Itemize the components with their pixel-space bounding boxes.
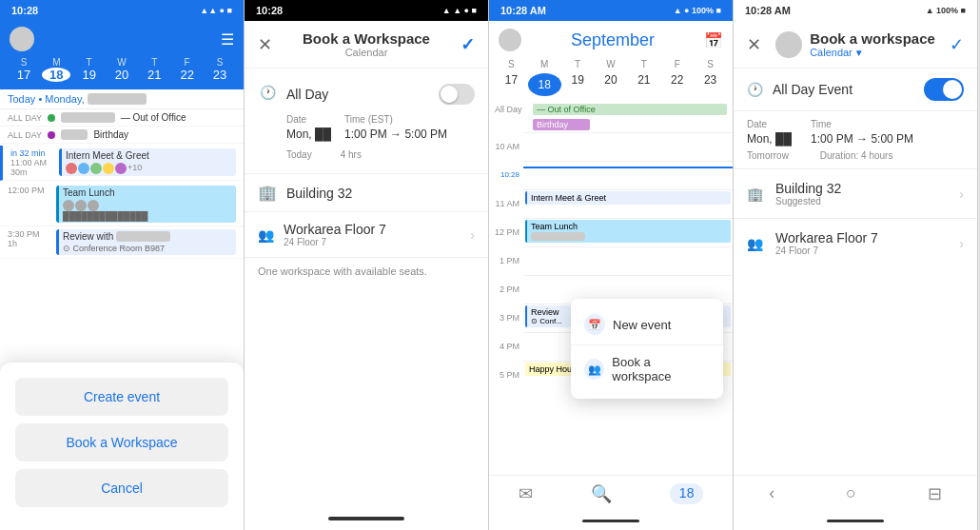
nav-menu-4[interactable]: ⊟ xyxy=(928,483,942,504)
new-event-menu-item[interactable]: 📅 New event xyxy=(571,304,723,345)
workspace-info-2: Workarea Floor 7 24 Floor 7 xyxy=(284,222,386,247)
time-3: 10:28 AM xyxy=(500,5,546,16)
building-info-4: Building 32 Suggested xyxy=(775,181,841,206)
calendar-dates-1: 17 18 19 20 21 22 23 xyxy=(10,68,234,82)
top-bar-4: ✕ Book a workspace Calendar ▼ ✓ xyxy=(734,21,977,69)
home-indicator-2 xyxy=(245,507,488,530)
birthday-row-3: Birthday xyxy=(489,117,733,132)
status-icons-2: ▲ ▲ ● ■ xyxy=(442,6,477,15)
time-4: 10:28 AM xyxy=(745,5,791,16)
status-icons-1: ▲▲ ● ■ xyxy=(200,6,232,15)
all-day-toggle-2[interactable] xyxy=(439,84,475,105)
workspace-icon-2: 👥 xyxy=(258,227,274,243)
time-2: 10:28 xyxy=(256,5,283,16)
chevron-icon-2: › xyxy=(470,227,475,243)
home-indicator-4 xyxy=(734,516,977,530)
form-subtitle-2: Calendar xyxy=(303,47,430,58)
status-bar-3: 10:28 AM ▲ ● 100% ■ xyxy=(489,0,733,21)
event-intern-3[interactable]: Intern Meet & Greet xyxy=(525,191,731,205)
create-event-button[interactable]: Create event xyxy=(15,378,228,416)
now-line-3 xyxy=(523,167,733,168)
cal-week-3: 17 18 19 20 21 22 23 xyxy=(495,71,727,98)
time-col-4: Time 1:00 PM → 5:00 PM xyxy=(811,119,913,147)
event-lunch-3[interactable]: Team Lunch ██████████ xyxy=(525,220,731,243)
avatar-4 xyxy=(775,31,802,58)
nav-mail-3[interactable]: ✉ xyxy=(519,483,533,504)
allday-event-2-3: Birthday xyxy=(533,119,590,130)
cancel-button-1[interactable]: Cancel xyxy=(15,469,228,507)
building-name-2: Building 32 xyxy=(286,186,352,201)
building-chevron-4: › xyxy=(959,186,964,202)
avatar-1[interactable] xyxy=(10,27,34,51)
building-icon-2: 🏢 xyxy=(258,184,277,202)
nav-search-3[interactable]: 🔍 xyxy=(591,483,612,504)
confirm-button-4[interactable]: ✓ xyxy=(950,34,964,55)
building-row-4[interactable]: 🏢 Building 32 Suggested › xyxy=(734,168,977,218)
status-bar-4: 10:28 AM ▲ 100% ■ xyxy=(734,0,977,21)
top-bar-2: ✕ Book a Workspace Calendar ✓ xyxy=(245,21,488,69)
title-text-4: Book a workspace Calendar ▼ xyxy=(810,30,935,58)
cal-avatar-3[interactable] xyxy=(499,29,521,51)
all-day-label-3: All Day — Out of Office xyxy=(489,102,733,117)
building-row-2[interactable]: 🏢 Building 32 xyxy=(245,174,488,212)
clock-icon-2: 🕐 xyxy=(258,85,277,104)
form-title-4: Book a workspace xyxy=(810,30,935,47)
all-day-row-2: 🕐 All Day xyxy=(258,78,475,110)
new-event-label: New event xyxy=(613,318,671,332)
date-sub-row-4: Tomorrow Duration: 4 hours xyxy=(734,150,977,168)
bottom-nav-3: ✉ 🔍 18 xyxy=(489,475,733,516)
status-icons-4: ▲ 100% ■ xyxy=(926,6,966,15)
book-workspace-button-1[interactable]: Book a Workspace xyxy=(15,423,228,461)
date-col-2: Date Mon, ██ xyxy=(286,114,331,142)
all-day-toggle-4[interactable] xyxy=(924,78,964,101)
menu-icon[interactable]: ☰ xyxy=(221,30,234,49)
nav-back-4[interactable]: ‹ xyxy=(769,483,774,504)
form-title-2: Book a Workspace xyxy=(303,30,430,47)
new-event-icon: 📅 xyxy=(584,314,605,335)
status-bar-1: 10:28 ▲▲ ● ■ xyxy=(0,0,244,21)
home-indicator-3 xyxy=(489,516,733,530)
all-day-label-4: All Day Event xyxy=(773,82,914,97)
all-day-section-2: 🕐 All Day Date Mon, ██ Time (EST) 1:00 P… xyxy=(245,69,488,174)
allday-event-1-3: — Out of Office xyxy=(533,104,727,115)
date-time-row-2: Date Mon, ██ Time (EST) 1:00 PM → 5:00 P… xyxy=(258,110,475,146)
today-label: Today • Monday, ████████ xyxy=(0,89,244,109)
date-sub-row-2: Today 4 hrs xyxy=(258,146,475,164)
date-sub-2: Today xyxy=(286,149,312,160)
phone-1: 10:28 ▲▲ ● ■ ☰ S M T W T F S 17 18 19 20… xyxy=(0,0,245,530)
book-workspace-icon-3: 👥 xyxy=(584,359,604,380)
nav-home-4[interactable]: ○ xyxy=(846,483,856,504)
bottom-sheet: Create event Book a Workspace Cancel xyxy=(0,363,244,530)
book-workspace-menu-item[interactable]: 👥 Book a workspace xyxy=(571,345,723,393)
event-review[interactable]: 3:30 PM1h Review with ████████ ⊙ Confere… xyxy=(0,226,244,259)
close-button-2[interactable]: ✕ xyxy=(258,34,272,55)
clock-icon-4: 🕐 xyxy=(747,82,763,97)
title-area-4: Book a workspace Calendar ▼ xyxy=(775,30,935,58)
phone-2: 10:28 ▲ ▲ ● ■ ✕ Book a Workspace Calenda… xyxy=(245,0,489,530)
workspace-icon-4: 👥 xyxy=(747,236,766,251)
time-row-10-28: 10:28 xyxy=(489,161,733,189)
event-out-of-office[interactable]: ALL DAY ████████ — Out of Office xyxy=(0,109,244,127)
date-col-4: Date Mon, ██ xyxy=(747,119,792,147)
phone-3: 10:28 AM ▲ ● 100% ■ September 📅 S M T W … xyxy=(489,0,734,530)
all-day-label-2: All Day xyxy=(286,87,429,102)
workspace-row-4[interactable]: 👥 Workarea Floor 7 24 Floor 7 › xyxy=(734,218,977,267)
title-area-2: Book a Workspace Calendar xyxy=(303,30,430,58)
time-row-10am: 10 AM xyxy=(489,132,733,161)
confirm-button-2[interactable]: ✓ xyxy=(461,34,475,55)
event-birthday[interactable]: ALL DAY ████ Birthday xyxy=(0,127,244,144)
calendar-icon-3[interactable]: 📅 xyxy=(704,31,723,49)
time-row-12pm: 12 PM Team Lunch ██████████ xyxy=(489,218,733,246)
time-1: 10:28 xyxy=(11,5,38,16)
phone-4: 10:28 AM ▲ 100% ■ ✕ Book a workspace Cal… xyxy=(734,0,978,530)
calendar-header-3: September 📅 xyxy=(489,21,733,59)
workspace-row-2[interactable]: 👥 Workarea Floor 7 24 Floor 7 › xyxy=(245,212,488,258)
building-icon-4: 🏢 xyxy=(747,186,766,202)
close-button-4[interactable]: ✕ xyxy=(747,34,761,55)
available-note-2: One workspace with available seats. xyxy=(245,258,488,285)
nav-calendar-3[interactable]: 18 xyxy=(670,483,704,504)
event-intern-meet[interactable]: in 32 min 11:00 AM 30m Intern Meet & Gre… xyxy=(0,146,244,181)
month-title-3: September xyxy=(571,30,655,50)
event-team-lunch[interactable]: 12:00 PM Team Lunch ██████████████ xyxy=(0,183,244,226)
time-col-2: Time (EST) 1:00 PM → 5:00 PM xyxy=(344,114,447,142)
